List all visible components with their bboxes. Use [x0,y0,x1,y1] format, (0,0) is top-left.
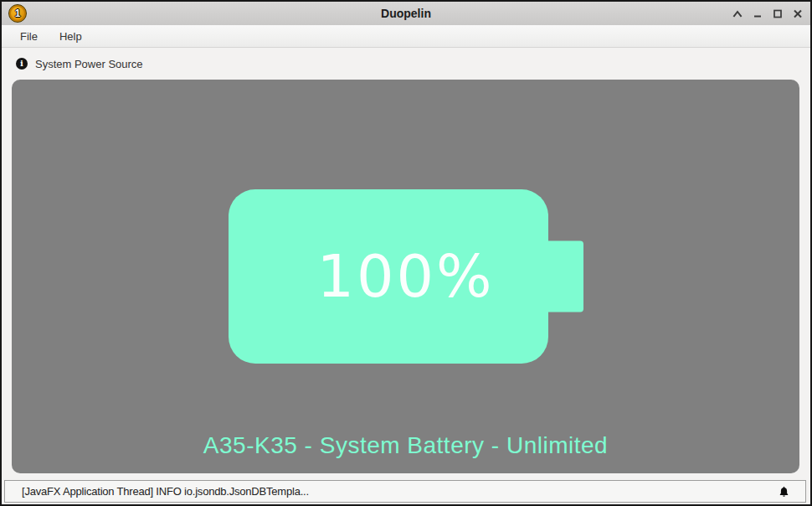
battery-panel: 100% A35-K35 - System Battery - Unlimite… [12,80,799,473]
window-controls [731,8,804,20]
menu-file[interactable]: File [18,28,39,45]
shade-icon[interactable] [731,8,743,20]
window-title: Duopelin [2,7,810,20]
status-bar: [JavaFX Application Thread] INFO io.json… [4,480,806,503]
title-bar: 1 Duopelin [2,2,810,25]
power-source-label: System Power Source [35,58,143,70]
battery-caption: A35-K35 - System Battery - Unlimited [12,432,799,459]
menu-bar: File Help [2,25,810,48]
close-icon[interactable] [791,8,804,20]
app-window: 1 Duopelin File Help i System Power Sour… [0,0,812,506]
battery-percent-label: 100% [229,189,583,364]
info-icon-glyph: i [20,59,23,68]
menu-help[interactable]: Help [58,28,84,45]
maximize-icon[interactable] [771,8,784,20]
info-row: i System Power Source [2,52,810,75]
info-circle-icon: i [16,58,28,70]
status-message: [JavaFX Application Thread] INFO io.json… [22,485,309,498]
minimize-icon[interactable] [751,8,763,20]
battery-graphic: 100% [229,189,583,364]
bell-icon[interactable] [777,485,790,498]
